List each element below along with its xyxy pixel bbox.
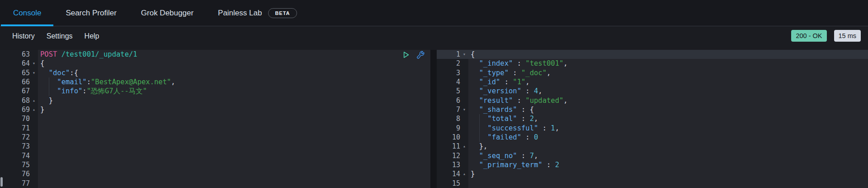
line-gutter: 6: [437, 96, 468, 105]
fold-spacer: [460, 133, 468, 142]
menu-settings[interactable]: Settings: [47, 30, 73, 43]
code-text[interactable]: "_seq_no" : 7,: [468, 151, 868, 160]
code-text[interactable]: }: [38, 105, 430, 114]
tab-search-profiler[interactable]: Search Profiler: [53, 0, 128, 26]
fold-close-icon[interactable]: ▴: [30, 105, 38, 114]
top-tab-bar: Console Search Profiler Grok Debugger Pa…: [0, 0, 868, 26]
code-text[interactable]: [468, 179, 868, 188]
request-actions: [401, 51, 425, 60]
line-number: 70: [0, 114, 30, 123]
code-text[interactable]: "total" : 2,: [468, 114, 868, 123]
menu-history[interactable]: History: [12, 30, 35, 43]
code-text[interactable]: {: [38, 59, 430, 68]
line-gutter: 71: [0, 124, 38, 133]
code-line: 66 "email":"BestApex@Apex.net",: [0, 77, 430, 87]
code-text[interactable]: "_id" : "1",: [468, 77, 868, 87]
code-text[interactable]: "_shards" : {: [468, 105, 868, 114]
fold-spacer: [30, 124, 38, 133]
line-gutter: 15: [437, 179, 468, 188]
code-text[interactable]: "failed" : 0: [468, 133, 868, 142]
line-number: 69: [0, 105, 30, 114]
fold-close-icon[interactable]: ▴: [30, 96, 38, 105]
code-text[interactable]: {: [468, 50, 868, 59]
line-gutter: 66: [0, 77, 38, 87]
line-number: 67: [0, 87, 30, 96]
send-request-button[interactable]: [401, 51, 410, 60]
line-number: 76: [0, 169, 30, 178]
code-line: 77: [0, 179, 430, 188]
code-text[interactable]: "_version" : 4,: [468, 87, 868, 96]
line-gutter: 69▴: [0, 105, 38, 114]
menu-help[interactable]: Help: [85, 30, 99, 43]
line-number: 15: [437, 179, 460, 188]
code-text[interactable]: "successful" : 1,: [468, 124, 868, 133]
fold-spacer: [30, 114, 38, 123]
dev-tools-console-app: Console Search Profiler Grok Debugger Pa…: [0, 0, 868, 188]
fold-spacer: [460, 114, 468, 123]
code-text[interactable]: "_index" : "test001",: [468, 59, 868, 68]
code-line: 74: [0, 151, 430, 160]
line-gutter: 75: [0, 160, 38, 169]
code-text[interactable]: [38, 151, 430, 160]
response-editor[interactable]: 1▾{2 "_index" : "test001",3 "_type" : "_…: [437, 50, 868, 188]
fold-open-icon[interactable]: ▾: [30, 68, 38, 77]
code-text[interactable]: [38, 114, 430, 123]
line-number: 4: [437, 77, 460, 87]
scrollbar-thumb[interactable]: [0, 177, 3, 187]
code-line: 11▴ },: [437, 142, 868, 151]
code-text[interactable]: },: [468, 142, 868, 151]
fold-open-icon[interactable]: ▾: [460, 105, 468, 114]
fold-spacer: [30, 142, 38, 151]
code-text[interactable]: "email":"BestApex@Apex.net",: [38, 77, 430, 87]
fold-close-icon[interactable]: ▴: [460, 169, 468, 178]
panel-resizer[interactable]: [430, 50, 437, 188]
code-text[interactable]: "_type" : "_doc",: [468, 68, 868, 77]
code-text[interactable]: [38, 133, 430, 142]
code-text[interactable]: [38, 169, 430, 178]
fold-spacer: [30, 87, 38, 96]
code-text[interactable]: [38, 142, 430, 151]
line-number: 63: [0, 50, 30, 59]
code-line: 6 "result" : "updated",: [437, 96, 868, 105]
line-gutter: 65▾: [0, 68, 38, 77]
code-line: 14▴}: [437, 169, 868, 178]
line-number: 11: [437, 142, 460, 151]
beta-badge: BETA: [268, 8, 297, 18]
code-line: 4 "_id" : "1",: [437, 77, 868, 87]
request-options-button[interactable]: [416, 51, 425, 60]
tab-console[interactable]: Console: [1, 0, 53, 26]
code-line: 15: [437, 179, 868, 188]
fold-open-icon[interactable]: ▾: [30, 59, 38, 68]
line-number: 66: [0, 77, 30, 87]
line-gutter: 9: [437, 124, 468, 133]
code-text[interactable]: [38, 179, 430, 188]
fold-spacer: [30, 179, 38, 188]
code-line: 67 "info":"恐怖G7人--马文": [0, 87, 430, 96]
fold-open-icon[interactable]: ▾: [460, 50, 468, 59]
wrench-icon: [416, 51, 425, 61]
line-gutter: 70: [0, 114, 38, 123]
code-text[interactable]: }: [468, 169, 868, 178]
tab-grok-debugger[interactable]: Grok Debugger: [129, 0, 206, 26]
code-text[interactable]: }: [38, 96, 430, 105]
code-text[interactable]: [38, 160, 430, 169]
request-editor[interactable]: 63POST /test001/_update/164▾{65▾ "doc":{…: [0, 50, 430, 188]
fold-spacer: [460, 68, 468, 77]
console-menus: History Settings Help: [12, 30, 99, 43]
line-gutter: 11▴: [437, 142, 468, 151]
line-number: 1: [437, 50, 460, 59]
code-line: 2 "_index" : "test001",: [437, 59, 868, 68]
code-text[interactable]: "info":"恐怖G7人--马文": [38, 87, 430, 96]
code-text[interactable]: "doc":{: [38, 68, 430, 77]
code-text[interactable]: [38, 124, 430, 133]
line-gutter: 7▾: [437, 105, 468, 114]
fold-close-icon[interactable]: ▴: [460, 142, 468, 151]
code-text[interactable]: "result" : "updated",: [468, 96, 868, 105]
fold-spacer: [460, 151, 468, 160]
code-text[interactable]: POST /test001/_update/1: [38, 50, 430, 59]
tab-painless-lab[interactable]: Painless Lab BETA: [206, 0, 309, 26]
line-gutter: 1▾: [437, 50, 468, 59]
line-number: 74: [0, 151, 30, 160]
line-number: 64: [0, 59, 30, 68]
code-text[interactable]: "_primary_term" : 2: [468, 160, 868, 169]
